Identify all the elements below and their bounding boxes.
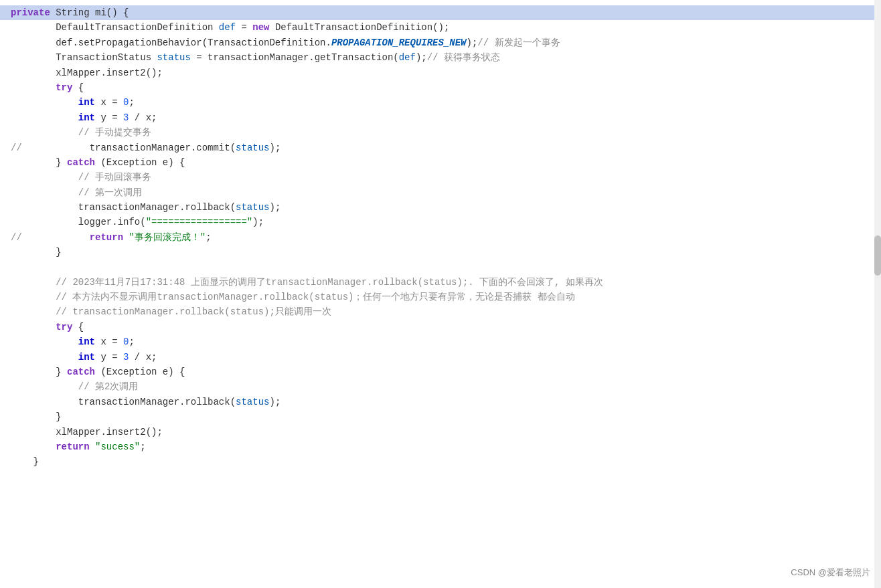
line-content: // 第2次调用 xyxy=(0,379,881,394)
annotation-arrow: ← xyxy=(430,395,437,414)
token-plain: DefaultTransactionDefinition(); xyxy=(270,22,450,33)
token-plain: = xyxy=(236,22,252,33)
code-line: // 第2次调用 xyxy=(0,379,881,394)
token-plain: transactionManager.rollback( xyxy=(11,202,236,213)
token-kw: try xyxy=(11,82,72,93)
line-content: // 手动提交事务 xyxy=(0,125,881,140)
line-content: int y = 3 / x; xyxy=(0,350,881,365)
token-plain: ); xyxy=(467,37,478,48)
token-kw-blue: int xyxy=(11,97,95,108)
code-line: int y = 3 / x; xyxy=(0,110,881,125)
token-plain: ); xyxy=(252,217,264,227)
token-var-blue: def xyxy=(399,52,416,63)
token-plain: DefaultTransactionDefinition xyxy=(11,22,219,33)
token-plain: def.setPropagationBehavior(TransactionDe… xyxy=(11,37,331,48)
token-comment-cn: // 本方法内不显示调用transactionManager.rollback(… xyxy=(11,292,575,302)
token-plain: y = xyxy=(95,112,123,123)
scrollbar[interactable] xyxy=(874,0,881,588)
token-kw: return xyxy=(11,442,90,452)
token-plain: } xyxy=(11,247,62,258)
line-content: logger.info("================="); xyxy=(0,215,881,229)
code-line: // 2023年11月7日17:31:48 上面显示的调用了transactio… xyxy=(0,275,881,290)
line-content: } xyxy=(0,409,881,424)
line-content: int x = 0; xyxy=(0,334,881,349)
line-content: xlMapper.insert2(); xyxy=(0,425,881,439)
code-line: xlMapper.insert2(); xyxy=(0,66,881,80)
line-content: // return "事务回滚完成！"; xyxy=(0,230,881,245)
code-line: // transactionManager.rollback(status);只… xyxy=(0,304,881,319)
code-line: // 手动回滚事务 xyxy=(0,170,881,185)
line-content: xlMapper.insert2(); xyxy=(0,66,881,80)
code-line: } xyxy=(0,454,881,469)
code-line: } xyxy=(0,409,881,424)
token-plain: y = xyxy=(95,352,123,363)
token-comment: // 获得事务状态 xyxy=(427,52,500,63)
token-var-blue: status xyxy=(236,202,269,213)
code-line: DefaultTransactionDefinition def = new D… xyxy=(0,20,881,35)
line-content: } catch (Exception e) { xyxy=(0,155,881,170)
token-comment-cn: // 手动回滚事务 xyxy=(11,172,151,183)
token-kw-blue: int xyxy=(11,112,95,123)
code-line: def.setPropagationBehavior(TransactionDe… xyxy=(0,35,881,50)
line-content: // 2023年11月7日17:31:48 上面显示的调用了transactio… xyxy=(0,275,881,290)
token-plain: ; xyxy=(129,97,134,108)
line-content: transactionManager.rollback(status); xyxy=(0,200,881,215)
code-line: } xyxy=(0,245,881,260)
token-plain: / x; xyxy=(129,112,157,123)
token-plain: } xyxy=(11,157,67,168)
token-plain: transactionManager.rollback( xyxy=(11,397,236,407)
token-kw: try xyxy=(11,322,72,332)
code-line: logger.info("================="); xyxy=(0,215,881,229)
code-line: // 手动提交事务 xyxy=(0,125,881,140)
line-content: int x = 0; xyxy=(0,95,881,110)
scrollbar-thumb[interactable] xyxy=(874,235,881,276)
token-plain: } xyxy=(11,411,62,422)
code-line: try { xyxy=(0,80,881,95)
code-line: } catch (Exception e) { xyxy=(0,155,881,170)
token-string: "sucess" xyxy=(95,442,140,452)
token-plain: ; xyxy=(140,442,145,452)
line-content: TransactionStatus status = transactionMa… xyxy=(0,50,881,65)
code-line xyxy=(0,260,881,275)
line-content: } xyxy=(0,245,881,260)
token-plain: (Exception e) { xyxy=(95,367,185,377)
token-var-blue: def xyxy=(219,22,236,33)
code-line: } catch (Exception e) { xyxy=(0,365,881,379)
token-comment: // 新发起一个事务 xyxy=(477,37,560,48)
code-line: int x = 0; xyxy=(0,95,881,110)
code-line: TransactionStatus status = transactionMa… xyxy=(0,50,881,65)
line-content: DefaultTransactionDefinition def = new D… xyxy=(0,20,881,35)
code-lines: private String mi() { DefaultTransaction… xyxy=(0,5,881,470)
token-kw-blue: int xyxy=(11,352,95,363)
line-content: // transactionManager.commit(status); xyxy=(0,140,881,155)
token-plain: = transactionManager.getTransaction( xyxy=(191,52,399,63)
code-line: transactionManager.rollback(status); xyxy=(0,200,881,215)
code-line: // transactionManager.commit(status); xyxy=(0,140,881,155)
token-var-blue: status xyxy=(236,397,269,407)
code-line: // return "事务回滚完成！"; xyxy=(0,230,881,245)
token-comment-cn: // 手动提交事务 xyxy=(11,127,151,138)
token-var-blue: status xyxy=(157,52,190,63)
line-content: int y = 3 / x; xyxy=(0,110,881,125)
token-kw: catch xyxy=(67,367,95,377)
token-plain: ); xyxy=(269,202,281,213)
token-italic-blue: PROPAGATION_REQUIRES_NEW xyxy=(331,37,467,48)
line-content: // 本方法内不显示调用transactionManager.rollback(… xyxy=(0,290,881,304)
code-line: // 本方法内不显示调用transactionManager.rollback(… xyxy=(0,290,881,304)
token-plain: xlMapper.insert2(); xyxy=(11,427,163,437)
line-content: return "sucess"; xyxy=(0,439,881,454)
token-comment-cn: // 2023年11月7日17:31:48 上面显示的调用了transactio… xyxy=(11,277,603,288)
token-comment-cn: // 第一次调用 xyxy=(11,187,142,198)
token-plain: x = xyxy=(95,97,123,108)
token-plain: TransactionStatus xyxy=(11,52,157,63)
token-plain: { xyxy=(72,82,84,93)
code-line: xlMapper.insert2(); xyxy=(0,425,881,439)
token-plain: ; xyxy=(129,336,134,347)
code-line: transactionManager.rollback(status); xyxy=(0,395,881,409)
token-plain: } xyxy=(11,367,67,377)
token-comment-cn: // 第2次调用 xyxy=(11,381,138,392)
token-kw-blue: int xyxy=(11,336,95,347)
token-plain: } xyxy=(11,456,39,467)
code-line: int x = 0; xyxy=(0,334,881,349)
token-plain: (Exception e) { xyxy=(95,157,185,168)
